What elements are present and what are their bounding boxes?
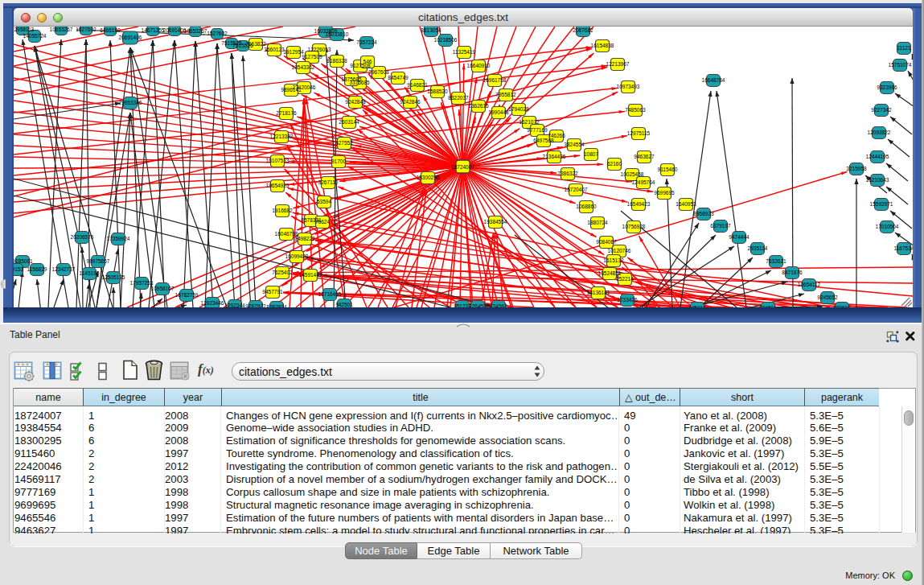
svg-text:2935114: 2935114 [748, 245, 768, 251]
svg-text:9227342: 9227342 [871, 107, 892, 113]
svg-text:832610: 832610 [833, 305, 851, 307]
svg-text:3215958: 3215958 [846, 166, 867, 171]
svg-text:2087682: 2087682 [573, 27, 593, 33]
svg-text:13524851: 13524851 [598, 270, 622, 276]
svg-text:10756928: 10756928 [622, 224, 646, 229]
svg-text:2967608: 2967608 [368, 69, 389, 75]
svg-text:12226053: 12226053 [308, 47, 331, 52]
svg-text:245913: 245913 [688, 305, 706, 307]
svg-text:2603144: 2603144 [339, 119, 359, 125]
svg-text:14671355: 14671355 [142, 27, 165, 33]
svg-text:9127509: 9127509 [302, 54, 322, 60]
svg-text:1362615: 1362615 [468, 103, 489, 109]
svg-text:1498222: 1498222 [294, 236, 315, 241]
svg-text:7625402: 7625402 [272, 270, 293, 275]
svg-text:6379197: 6379197 [710, 223, 731, 229]
svg-text:15592971: 15592971 [870, 201, 893, 207]
svg-text:16210643: 16210643 [866, 177, 889, 183]
svg-text:14055724: 14055724 [23, 33, 47, 39]
svg-text:10653267: 10653267 [50, 27, 73, 32]
svg-text:746266: 746266 [548, 133, 565, 138]
svg-text:17010504: 17010504 [876, 224, 899, 229]
svg-text:9777169: 9777169 [527, 127, 548, 133]
svg-text:12093822: 12093822 [868, 130, 891, 135]
svg-text:9457791: 9457791 [262, 289, 283, 295]
svg-text:1916682: 1916682 [272, 208, 293, 213]
svg-text:10958107: 10958107 [151, 286, 175, 291]
svg-text:17359924: 17359924 [107, 236, 130, 241]
svg-text:62160: 62160 [607, 161, 622, 167]
svg-text:8322037: 8322037 [448, 95, 469, 101]
svg-text:10543362: 10543362 [292, 64, 315, 70]
svg-text:16154838: 16154838 [591, 43, 614, 48]
svg-text:3660123: 3660123 [264, 47, 285, 52]
svg-text:9115460: 9115460 [658, 167, 678, 172]
svg-text:1068860: 1068860 [576, 204, 597, 209]
svg-text:15751074: 15751074 [889, 62, 912, 68]
svg-text:9699695: 9699695 [654, 190, 675, 196]
svg-text:7632621: 7632621 [766, 258, 786, 264]
svg-text:7485063: 7485063 [625, 107, 646, 113]
svg-text:15720407: 15720407 [565, 187, 588, 192]
svg-text:8813054: 8813054 [421, 27, 441, 33]
svg-text:9474444: 9474444 [729, 234, 749, 240]
svg-text:8287924: 8287924 [266, 304, 287, 307]
svg-text:16549423: 16549423 [627, 201, 651, 207]
svg-text:16107533: 16107533 [266, 158, 290, 163]
svg-text:9287922: 9287922 [245, 303, 266, 307]
svg-text:1156829: 1156829 [27, 266, 47, 272]
svg-text:6497568: 6497568 [533, 138, 554, 143]
svg-text:734562: 734562 [490, 303, 507, 307]
svg-text:13716465: 13716465 [318, 291, 342, 297]
svg-text:16640910: 16640910 [467, 63, 491, 68]
svg-text:7663822: 7663822 [245, 41, 266, 47]
svg-text:6794028: 6794028 [508, 106, 529, 112]
svg-text:91700: 91700 [331, 159, 346, 164]
svg-text:10218506: 10218506 [434, 37, 458, 43]
svg-text:20691406: 20691406 [119, 35, 142, 40]
svg-text:7955812: 7955812 [495, 92, 516, 97]
svg-text:8958923: 8958923 [693, 211, 714, 216]
svg-text:3824554: 3824554 [564, 142, 585, 147]
svg-text:11325419: 11325419 [453, 49, 476, 55]
svg-text:17957253: 17957253 [130, 280, 154, 286]
svg-text:14591447: 14591447 [299, 272, 322, 278]
svg-text:10807: 10807 [584, 151, 598, 157]
svg-text:126453: 126453 [469, 303, 487, 307]
svg-text:1588520: 1588520 [427, 89, 448, 94]
svg-text:8471676: 8471676 [782, 270, 803, 275]
svg-text:924501: 924501 [759, 305, 777, 307]
svg-text:1880724: 1880724 [587, 220, 608, 225]
svg-text:9323966: 9323966 [877, 84, 897, 90]
svg-text:16099489: 16099489 [285, 253, 309, 259]
svg-text:12213967: 12213967 [606, 61, 630, 67]
svg-text:7386322: 7386322 [557, 171, 578, 176]
svg-text:1527602: 1527602 [76, 27, 97, 32]
svg-text:19654925: 19654925 [266, 183, 290, 188]
svg-text:2718176: 2718176 [276, 110, 297, 116]
svg-text:9242846: 9242846 [400, 99, 421, 105]
svg-text:10653267: 10653267 [184, 28, 207, 34]
svg-text:9245652: 9245652 [817, 295, 838, 300]
svg-text:9185061: 9185061 [14, 258, 33, 264]
svg-text:53594: 53594 [317, 199, 331, 204]
svg-text:1167534: 1167534 [894, 245, 913, 251]
svg-text:427552: 427552 [335, 140, 353, 146]
svg-text:9084067: 9084067 [596, 239, 617, 245]
svg-text:20691406: 20691406 [163, 27, 187, 33]
svg-text:21364436: 21364436 [543, 154, 566, 159]
svg-text:12923446: 12923446 [201, 300, 224, 306]
svg-text:3912954: 3912954 [283, 49, 304, 55]
svg-text:99975857: 99975857 [87, 258, 110, 264]
svg-text:16648784: 16648784 [702, 77, 725, 83]
svg-text:16961758: 16961758 [483, 77, 507, 83]
svg-text:10654112: 10654112 [798, 282, 821, 287]
svg-text:1621072: 1621072 [519, 119, 540, 125]
svg-text:6466160: 6466160 [100, 27, 121, 33]
svg-text:20206576: 20206576 [71, 234, 94, 240]
svg-text:10025458: 10025458 [621, 171, 644, 177]
svg-text:19384554: 19384554 [484, 219, 507, 225]
svg-text:9146821: 9146821 [407, 82, 428, 88]
svg-text:12444195: 12444195 [866, 154, 889, 159]
svg-text:9242848: 9242848 [345, 99, 366, 105]
